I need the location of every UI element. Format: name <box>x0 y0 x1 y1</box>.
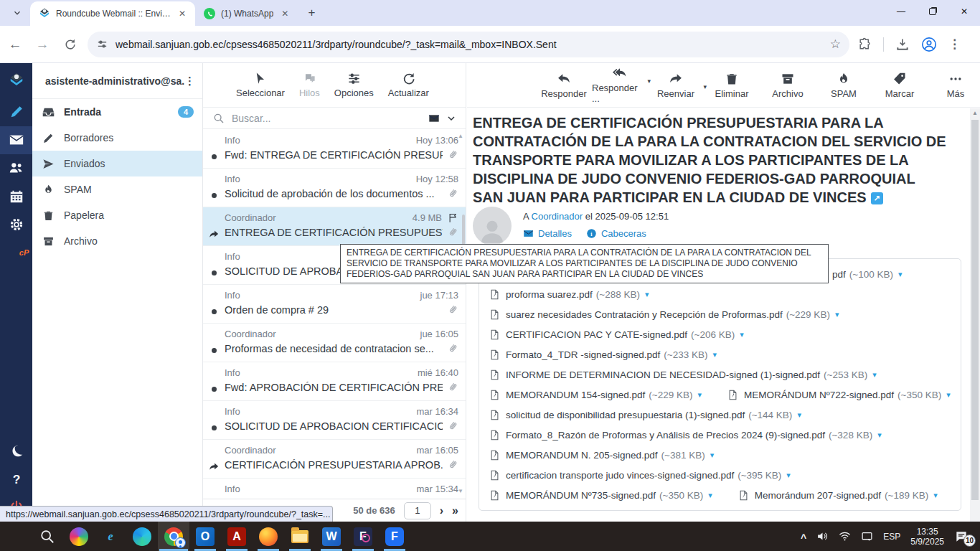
message-list-item[interactable]: Info mar 15:34 <box>203 479 466 499</box>
chrome-app[interactable] <box>158 522 189 551</box>
rail-item[interactable] <box>0 126 32 154</box>
list-toolbar-button[interactable]: Opciones <box>330 72 378 98</box>
attachment-item[interactable]: CERTIFICACION PAC Y CATE-signed.pdf (~20… <box>489 329 744 341</box>
attachment-name[interactable]: suarez necesidades Contratación y Recepc… <box>506 309 783 320</box>
volume-icon[interactable] <box>816 530 829 542</box>
rail-item[interactable] <box>0 438 32 466</box>
wifi-icon[interactable] <box>839 530 851 542</box>
rail-item[interactable] <box>0 98 32 126</box>
message-toolbar-button[interactable]: ▾ Responder ... <box>592 66 648 104</box>
back-button[interactable]: ← <box>3 32 27 57</box>
extensions-icon[interactable] <box>858 37 872 51</box>
site-settings-icon[interactable] <box>96 38 108 50</box>
address-bar[interactable]: webmail.sanjuan.gob.ec/cpsess4685020211/… <box>88 32 849 57</box>
maximize-button[interactable] <box>917 0 948 23</box>
taskbar-search[interactable] <box>32 522 63 551</box>
attachment-name[interactable]: Memorándum 207-signed.pdf <box>755 490 881 501</box>
word-app[interactable]: W <box>316 522 347 551</box>
attachment-item[interactable]: Memorándum 207-signed.pdf (~189 KB) ▾ <box>738 489 938 501</box>
attachment-name[interactable]: MEMORÁNDUM Nº735-signed.pdf <box>506 490 656 501</box>
attachment-item[interactable]: INFORME DE DETERMINACION DE NECESIDAD-si… <box>489 369 877 381</box>
attachment-item[interactable]: proforma suarez.pdf (~288 KB) ▾ <box>489 288 649 301</box>
close-button[interactable]: ✕ <box>948 0 980 23</box>
attachment-item[interactable]: certificacion transporte judo vinces-sig… <box>489 469 791 481</box>
fdark-app[interactable]: F <box>347 522 379 551</box>
attachment-name[interactable]: Formato_8_Razón de Proformas y Análisis … <box>506 430 825 441</box>
attachment-name[interactable]: certificacion transporte judo vinces-sig… <box>506 470 734 481</box>
folder-item[interactable]: Papelera <box>32 202 202 228</box>
message-list-item[interactable]: Coordinador jue 16:05 Proformas de neces… <box>203 324 466 362</box>
header-link[interactable]: Cabeceras <box>586 228 646 239</box>
message-list-item[interactable]: Info mié 16:40 Fwd: APROBACIÓN DE CERTIF… <box>203 362 466 401</box>
attachment-name[interactable]: proforma suarez.pdf <box>506 289 593 300</box>
attachment-menu-caret-icon[interactable]: ▾ <box>946 390 951 400</box>
message-list-item[interactable]: Info jue 17:13 Orden de compra # 29 <box>203 285 466 324</box>
rail-item[interactable] <box>0 210 32 238</box>
clock[interactable]: 13:35 5/9/2025 <box>910 527 944 547</box>
account-menu-icon[interactable]: ⋮ <box>184 75 195 88</box>
message-toolbar-button[interactable]: ▾ Responder <box>536 72 592 99</box>
copilot-app[interactable] <box>63 522 95 551</box>
search-scope[interactable] <box>428 113 457 124</box>
message-scrollbar[interactable]: ▲ <box>970 108 980 522</box>
message-list-item[interactable]: Info mar 16:34 SOLICITUD DE APROBACION C… <box>203 401 466 440</box>
file-explorer-app[interactable] <box>284 522 316 551</box>
attachment-menu-caret-icon[interactable]: ▾ <box>872 370 877 380</box>
attachment-menu-caret-icon[interactable]: ▾ <box>708 491 712 500</box>
firefox-app[interactable] <box>253 522 284 551</box>
notification-center-icon[interactable]: 10 <box>954 529 971 544</box>
search-input[interactable]: Buscar... <box>232 113 428 124</box>
attachment-item[interactable]: Formato_8_Razón de Proformas y Análisis … <box>489 429 882 441</box>
downloads-icon[interactable] <box>895 37 910 52</box>
attachment-item[interactable]: MEMORÁNDUM Nº722-signed.pdf (~350 KB) ▾ <box>727 389 951 401</box>
flag-icon[interactable] <box>448 212 458 223</box>
folder-item[interactable]: Archivo <box>32 228 202 254</box>
tray-expand-icon[interactable]: ^ <box>801 532 806 544</box>
attachment-name[interactable]: MEMORANDUM N. 205-signed.pdf <box>506 450 658 461</box>
attachment-item[interactable]: MEMORANDUM 154-signed.pdf (~229 KB) ▾ <box>489 389 702 401</box>
profile-icon[interactable] <box>921 37 937 52</box>
folder-item[interactable]: Enviados <box>32 151 202 176</box>
attachment-menu-caret-icon[interactable]: ▾ <box>713 350 717 359</box>
start-button[interactable] <box>0 522 32 551</box>
attachment-menu-caret-icon[interactable]: ▾ <box>786 471 791 480</box>
rail-item[interactable] <box>0 154 32 182</box>
bookmark-star-icon[interactable]: ☆ <box>830 37 841 52</box>
tab-close-icon[interactable]: ✕ <box>176 8 188 19</box>
message-scrollbar-thumb[interactable] <box>971 120 979 500</box>
minimize-button[interactable]: — <box>885 0 917 23</box>
list-toolbar-button[interactable]: Hilos <box>295 72 324 98</box>
attachment-item[interactable]: Formato_4_TDR -signed-signed.pdf (~233 K… <box>489 349 717 361</box>
attachment-name[interactable]: MEMORÁNDUM Nº722-signed.pdf <box>744 390 894 400</box>
attachment-menu-caret-icon[interactable]: ▾ <box>933 491 938 500</box>
outlook-app[interactable]: O <box>189 522 221 551</box>
attachment-menu-caret-icon[interactable]: ▾ <box>877 430 882 440</box>
folder-item[interactable]: Entrada 4 <box>32 99 202 125</box>
list-scroll-up-icon[interactable]: ▲ <box>458 133 463 139</box>
list-scroll-down-icon[interactable]: ▼ <box>458 488 463 494</box>
attachment-name[interactable]: pdf <box>832 269 846 280</box>
tab-search-button[interactable] <box>7 3 27 23</box>
attachment-menu-caret-icon[interactable]: ▾ <box>835 310 839 319</box>
message-toolbar-button[interactable]: ▾ Archivo <box>760 72 816 99</box>
fblue-app[interactable]: F <box>379 522 410 551</box>
last-page-icon[interactable]: » <box>452 504 458 517</box>
list-toolbar-button[interactable]: Actualizar <box>384 72 433 98</box>
attachment-item[interactable]: solicitud de disponibilidad presupuestar… <box>489 409 801 421</box>
reload-button[interactable] <box>57 32 82 57</box>
rail-item[interactable]: cP <box>0 238 32 266</box>
message-list-item[interactable]: Info Hoy 13:06 Fwd: ENTREGA DE CERTIFICA… <box>203 130 466 169</box>
attachment-item[interactable]: MEMORANDUM N. 205-signed.pdf (~381 KB) ▾ <box>489 449 714 461</box>
scroll-up-icon[interactable]: ▲ <box>972 110 978 116</box>
attachment-name[interactable]: solicitud de disponibilidad presupuestar… <box>506 410 745 420</box>
attachment-name[interactable]: INFORME DE DETERMINACION DE NECESIDAD-si… <box>506 369 820 380</box>
attachment-menu-caret-icon[interactable]: ▾ <box>797 410 801 420</box>
new-tab-button[interactable]: + <box>302 4 321 22</box>
attachment-item[interactable]: pdf (~100 KB) ▾ <box>832 269 902 280</box>
message-toolbar-button[interactable]: ▾ Reenviar <box>648 72 704 99</box>
rail-item[interactable] <box>0 182 32 210</box>
browser-tab[interactable]: Roundcube Webmail :: Enviados ✕ <box>30 1 195 26</box>
message-toolbar-button[interactable]: ▾ Más <box>928 72 980 99</box>
attachment-name[interactable]: CERTIFICACION PAC Y CATE-signed.pdf <box>506 329 687 340</box>
attachment-name[interactable]: MEMORANDUM 154-signed.pdf <box>506 390 645 400</box>
